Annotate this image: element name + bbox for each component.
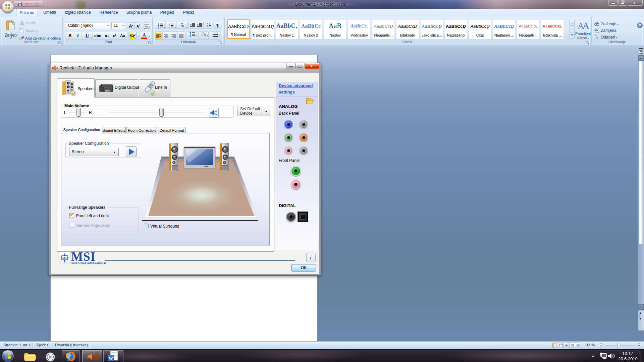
svg-text:W: W: [109, 356, 113, 361]
svg-text:A: A: [207, 22, 208, 25]
svg-text:3: 3: [169, 26, 170, 28]
svg-text:→ac: →ac: [594, 31, 600, 33]
svg-text:A: A: [582, 20, 589, 30]
svg-text:Z: Z: [207, 25, 208, 27]
